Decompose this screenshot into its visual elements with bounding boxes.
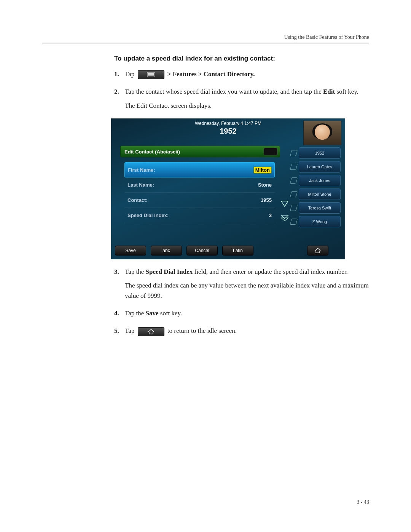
side-item-3[interactable]: Milton Stone: [299, 189, 341, 200]
line-icon: [290, 177, 298, 184]
side-item-2[interactable]: Jack Jones: [299, 175, 341, 186]
home-icon: [314, 248, 321, 254]
home-button-icon: [138, 327, 164, 336]
line-icon: [290, 219, 298, 225]
page-number: 3 - 43: [357, 499, 369, 505]
line-icon: [290, 191, 298, 197]
avatar: [303, 121, 341, 145]
softkey-cancel[interactable]: Cancel: [186, 246, 218, 256]
step-3: 3. Tap the Speed Dial Index field, and t…: [114, 267, 369, 305]
line-icon: [290, 150, 298, 156]
fields-panel: First Name: Milton Last Name: Stone Cont…: [124, 162, 275, 223]
arrow-down-icon[interactable]: [280, 199, 290, 208]
section-title: To update a speed dial index for an exis…: [114, 55, 369, 62]
field-first-name[interactable]: First Name: Milton: [124, 162, 275, 177]
side-list: 1952 Lauren Gates Jack Jones Milton Ston…: [299, 147, 341, 227]
menu-icon: [138, 70, 164, 79]
line-icon: [290, 205, 298, 211]
header-rule: [42, 43, 369, 43]
s1-pre: Tap: [125, 70, 136, 78]
arrow-down-dbl-icon[interactable]: [280, 214, 290, 223]
softkey-latin[interactable]: Latin: [222, 246, 253, 256]
step-1: 1. Tap > Features > Contact Directory.: [114, 69, 369, 83]
step-2: 2. Tap the contact whose speed dial inde…: [114, 87, 369, 115]
side-item-5[interactable]: Z Wong: [299, 216, 341, 227]
svg-rect-1: [148, 73, 154, 74]
keyboard-icon[interactable]: [264, 148, 277, 155]
step-4: 4. Tap the Save soft key.: [114, 308, 369, 322]
step-5: 5. Tap to return to the idle screen.: [114, 326, 369, 340]
softkey-abc[interactable]: abc: [151, 246, 182, 256]
side-item-1[interactable]: Lauren Gates: [299, 161, 341, 173]
field-speed-dial[interactable]: Speed Dial Index: 3: [124, 208, 275, 223]
chapter-title: Using the Basic Features of Your Phone: [42, 34, 369, 40]
line-icon: [290, 164, 298, 170]
field-last-name[interactable]: Last Name: Stone: [124, 177, 275, 193]
side-item-0[interactable]: 1952: [299, 147, 341, 159]
svg-rect-2: [148, 74, 154, 75]
phone-screenshot: Wednesday, February 4 1:47 PM 1952 Edit …: [111, 118, 345, 259]
field-contact[interactable]: Contact: 1955: [124, 193, 275, 208]
s1-post: > Features > Contact Directory.: [167, 70, 255, 78]
svg-rect-3: [148, 75, 154, 76]
edit-contact-title: Edit Contact (Abc/ascii): [120, 146, 280, 157]
side-item-4[interactable]: Teresa Swift: [299, 202, 341, 214]
softkey-save[interactable]: Save: [115, 246, 146, 256]
softkey-home[interactable]: [307, 246, 328, 256]
